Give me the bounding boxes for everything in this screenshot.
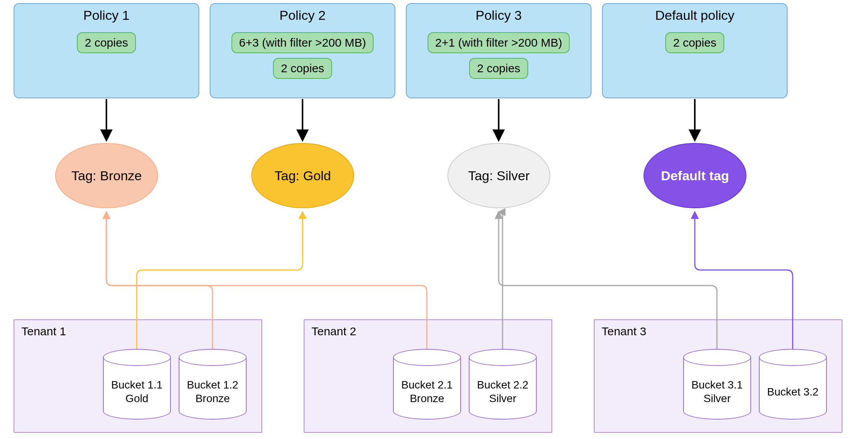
bucket-label: Bucket 2.2 Silver <box>477 378 528 405</box>
bucket-label: Bucket 2.1 Bronze <box>401 378 452 405</box>
cylinder-body: Bucket 3.2 <box>759 357 827 420</box>
policy-title: Default policy <box>603 8 787 23</box>
cylinder-body: Bucket 1.1 Gold <box>103 357 171 420</box>
policy-rule: 2+1 (with filter >200 MB) <box>428 32 570 53</box>
tenant-label: Tenant 2 <box>311 325 356 338</box>
policy-rule: 2 copies <box>665 32 724 53</box>
policy-title: Policy 2 <box>210 8 395 23</box>
bucket-label: Bucket 1.1 Gold <box>111 378 162 405</box>
policy-box-3: Policy 3 2+1 (with filter >200 MB) 2 cop… <box>406 3 591 98</box>
bucket-label: Bucket 1.2 Bronze <box>187 378 238 405</box>
tag-silver: Tag: Silver <box>447 143 550 208</box>
bucket-label: Bucket 3.1 Silver <box>691 378 743 405</box>
cylinder-body: Bucket 3.1 Silver <box>683 357 751 420</box>
policy-box-1: Policy 1 2 copies <box>14 3 199 98</box>
policy-title: Policy 3 <box>407 8 591 23</box>
tag-default: Default tag <box>644 143 746 208</box>
policy-box-2: Policy 2 6+3 (with filter >200 MB) 2 cop… <box>210 3 395 98</box>
cylinder-top <box>759 349 827 366</box>
policy-title: Policy 1 <box>14 8 198 23</box>
policy-rule: 2 copies <box>77 32 136 53</box>
tag-gold: Tag: Gold <box>251 143 354 208</box>
policy-rule: 2 copies <box>273 58 332 79</box>
tag-label: Tag: Gold <box>275 168 331 183</box>
cylinder-top <box>179 349 247 366</box>
tag-label: Default tag <box>661 168 729 183</box>
cylinder-top <box>103 349 171 366</box>
tag-label: Tag: Bronze <box>71 168 142 183</box>
cylinder-body: Bucket 2.1 Bronze <box>393 357 461 420</box>
cylinder-top <box>393 349 461 366</box>
tag-bronze: Tag: Bronze <box>55 143 158 208</box>
policy-rule: 2 copies <box>469 58 528 79</box>
tenant-label: Tenant 1 <box>21 325 66 338</box>
cylinder-top <box>469 349 537 366</box>
policy-box-default: Default policy 2 copies <box>602 3 788 98</box>
bucket-label: Bucket 3.2 <box>767 385 818 399</box>
cylinder-body: Bucket 1.2 Bronze <box>179 357 247 420</box>
tag-label: Tag: Silver <box>468 168 530 183</box>
cylinder-top <box>683 349 751 366</box>
policy-rule: 6+3 (with filter >200 MB) <box>231 32 374 53</box>
tenant-label: Tenant 3 <box>602 325 646 338</box>
diagram-stage: Policy 1 2 copies Policy 2 6+3 (with fil… <box>0 0 868 439</box>
cylinder-body: Bucket 2.2 Silver <box>469 357 537 420</box>
